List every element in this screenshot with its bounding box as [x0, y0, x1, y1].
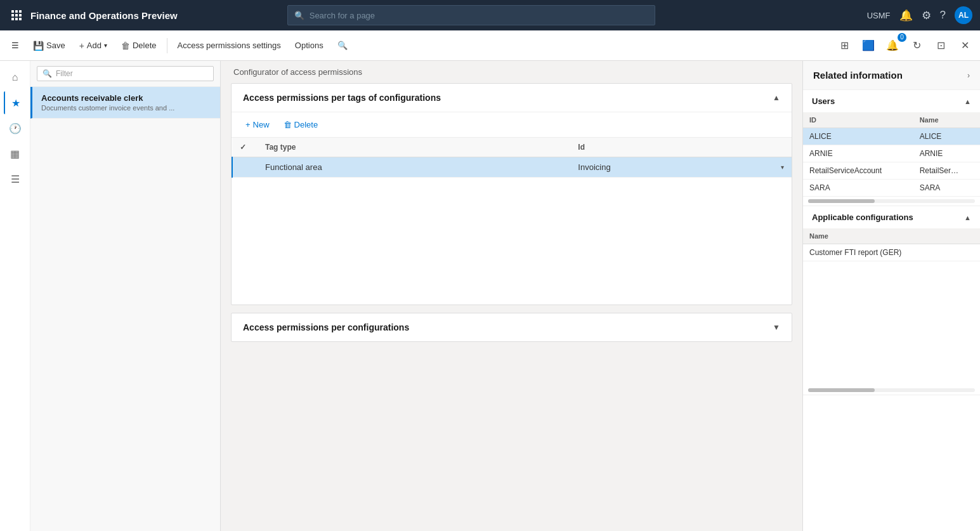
actionbar-search-icon: 🔍: [337, 41, 348, 50]
save-label: Save: [46, 41, 65, 50]
configs-section-header[interactable]: Access permissions per configurations ▼: [232, 313, 792, 341]
configs-scrollbar-thumb: [808, 388, 875, 392]
tags-section-header[interactable]: Access permissions per tags of configura…: [232, 84, 792, 112]
users-table: ID Name ALICE ALICE ARNIE ARNIE RetailSe…: [803, 112, 980, 197]
badge-button[interactable]: 🔔 0: [882, 36, 903, 56]
settings-icon[interactable]: ⚙: [922, 9, 931, 22]
configs-col-name: Name: [803, 228, 980, 244]
company-label: USMF: [867, 11, 891, 20]
add-icon: +: [79, 41, 84, 51]
main-content: Configurator of access permissions Acces…: [221, 61, 802, 531]
help-icon[interactable]: ?: [940, 9, 946, 22]
users-scrollbar[interactable]: [808, 199, 975, 203]
table-row[interactable]: RetailServiceAccount RetailSer…: [803, 162, 980, 180]
add-button[interactable]: + Add ▾: [73, 37, 114, 55]
configs-table: Name Customer FTI report (GER): [803, 228, 980, 261]
users-subsection: Users ▲ ID Name ALICE ALICE ARNIE: [803, 90, 980, 206]
tags-new-label: New: [253, 120, 270, 129]
refresh-button[interactable]: ↻: [906, 36, 927, 56]
access-label: Access permissions settings: [178, 41, 281, 50]
nav-favorites-icon[interactable]: ★: [4, 91, 27, 114]
apps-icon[interactable]: [8, 6, 25, 24]
tags-delete-button[interactable]: 🗑 Delete: [277, 117, 325, 132]
configs-chevron-icon: ▼: [773, 323, 780, 332]
options-label: Options: [295, 41, 323, 50]
tags-new-button[interactable]: + New: [239, 117, 276, 132]
tags-section-title: Access permissions per tags of configura…: [243, 93, 441, 103]
tags-table-empty-area: [232, 178, 792, 305]
sidebar: 🔍 Accounts receivable clerk Documents cu…: [30, 61, 221, 531]
configs-scrollbar[interactable]: [808, 388, 975, 392]
applicable-configs-chevron-icon: ▲: [964, 214, 971, 221]
nav-modules-icon[interactable]: ☰: [4, 167, 27, 190]
actionbar-search-button[interactable]: 🔍: [331, 37, 354, 54]
office-button[interactable]: 🟦: [858, 36, 879, 56]
leftnav: ⌂ ★ 🕐 ▦ ☰: [0, 61, 30, 531]
search-input[interactable]: [310, 11, 648, 20]
rightpanel-header: Related information ›: [803, 61, 980, 90]
sidebar-filter-area: 🔍: [30, 61, 220, 87]
configs-table-head: Name: [803, 228, 980, 244]
table-row[interactable]: Functional area Invoicing ▾: [232, 157, 792, 178]
badge-icon: 🔔: [886, 39, 899, 51]
nav-home-icon[interactable]: ⌂: [4, 66, 27, 89]
filter-input[interactable]: [56, 69, 208, 78]
users-chevron-icon: ▲: [964, 98, 971, 105]
table-row[interactable]: SARA SARA: [803, 180, 980, 197]
config-header: Configurator of access permissions: [221, 61, 802, 83]
hamburger-icon: ☰: [11, 41, 19, 50]
rightpanel: Related information › Users ▲ ID Name AL…: [802, 61, 980, 531]
badge-count: 0: [898, 33, 906, 42]
user-id: ARNIE: [803, 145, 913, 162]
access-permissions-button[interactable]: Access permissions settings: [171, 37, 287, 54]
table-row[interactable]: ARNIE ARNIE: [803, 145, 980, 162]
users-scrollbar-thumb: [808, 199, 875, 203]
nav-recent-icon[interactable]: 🕐: [4, 117, 27, 140]
user-name: SARA: [913, 180, 980, 197]
table-row[interactable]: Customer FTI report (GER): [803, 244, 980, 261]
user-id: ALICE: [803, 128, 913, 145]
close-button[interactable]: ✕: [955, 36, 975, 56]
topbar: Finance and Operations Preview 🔍 USMF 🔔 …: [0, 0, 980, 30]
notifications-icon[interactable]: 🔔: [899, 9, 913, 22]
users-subsection-header[interactable]: Users ▲: [803, 90, 980, 112]
configs-table-body: Customer FTI report (GER): [803, 244, 980, 261]
users-col-id: ID: [803, 112, 913, 128]
avatar[interactable]: AL: [955, 6, 972, 24]
tags-table-head: ✓ Tag type Id: [232, 138, 792, 157]
hamburger-button[interactable]: ☰: [5, 37, 25, 54]
users-table-head: ID Name: [803, 112, 980, 128]
layout: ⌂ ★ 🕐 ▦ ☰ 🔍 Accounts receivable clerk Do…: [0, 61, 980, 531]
topbar-left: Finance and Operations Preview: [8, 6, 178, 24]
tags-col-tagtype: Tag type: [258, 138, 570, 157]
nav-workspaces-icon[interactable]: ▦: [4, 142, 27, 165]
filter-input-wrap[interactable]: 🔍: [37, 66, 214, 81]
table-row[interactable]: ALICE ALICE: [803, 128, 980, 145]
sidebar-item-accounts-receivable[interactable]: Accounts receivable clerk Documents cust…: [30, 87, 220, 119]
sidebar-item-desc: Documents customer invoice events and ..…: [41, 104, 211, 112]
delete-icon: 🗑: [121, 41, 130, 51]
rightpanel-expand-icon[interactable]: ›: [967, 71, 970, 80]
sidebar-item-title: Accounts receivable clerk: [41, 93, 211, 103]
applicable-configs-header[interactable]: Applicable configurations ▲: [803, 206, 980, 228]
row-id-dropdown-icon[interactable]: ▾: [781, 164, 784, 171]
rightpanel-title: Related information: [813, 70, 903, 81]
users-col-name: Name: [913, 112, 980, 128]
delete-button[interactable]: 🗑 Delete: [115, 37, 163, 55]
row-check: [232, 157, 258, 178]
popout-button[interactable]: ⊡: [931, 36, 951, 56]
options-button[interactable]: Options: [289, 37, 330, 54]
personalize-button[interactable]: ⊞: [834, 36, 854, 56]
search-container: 🔍: [287, 5, 655, 25]
search-box[interactable]: 🔍: [287, 5, 655, 25]
users-table-body: ALICE ALICE ARNIE ARNIE RetailServiceAcc…: [803, 128, 980, 197]
save-button[interactable]: 💾 Save: [27, 37, 72, 55]
tags-chevron-icon: ▲: [773, 93, 780, 102]
actionbar-right: ⊞ 🟦 🔔 0 ↻ ⊡ ✕: [834, 36, 975, 56]
row-id: Invoicing ▾: [570, 157, 792, 178]
user-name: ARNIE: [913, 145, 980, 162]
user-name: RetailSer…: [913, 162, 980, 180]
configs-section: Access permissions per configurations ▼: [231, 313, 792, 342]
user-id: RetailServiceAccount: [803, 162, 913, 180]
config-name: Customer FTI report (GER): [803, 244, 980, 261]
